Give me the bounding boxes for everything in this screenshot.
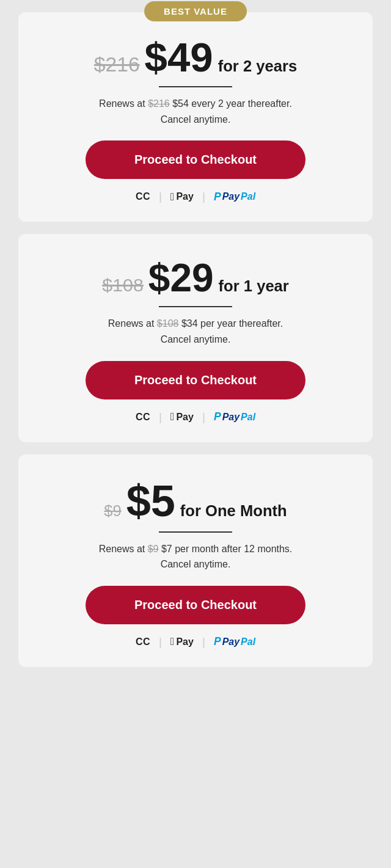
separator-2: | [202, 190, 205, 203]
divider [159, 306, 232, 307]
payment-methods: CC |  Pay | P PayPal [136, 190, 255, 203]
apple-icon:  [170, 191, 174, 203]
separator-2: | [202, 635, 205, 649]
separator-1: | [159, 190, 162, 203]
divider [159, 531, 232, 533]
renew-text: Renews at $216 $54 every 2 year thereaft… [99, 96, 292, 127]
paypal-logo: P PayPal [214, 635, 255, 648]
paypal-logo: P PayPal [214, 191, 255, 203]
separator-1: | [159, 410, 162, 424]
separator-2: | [202, 410, 205, 424]
price-period: for One Month [180, 502, 287, 520]
paypal-pal-text: Pal [241, 412, 255, 423]
renew-text: Renews at $9 $7 per month after 12 month… [99, 541, 293, 572]
old-price: $108 [102, 274, 144, 296]
payment-methods: CC |  Pay | P PayPal [136, 635, 255, 649]
paypal-p-icon: P [214, 191, 221, 203]
best-value-badge: BEST VALUE [144, 1, 247, 21]
renew-text: Renews at $108 $34 per year thereafter. … [108, 316, 283, 347]
plan-card-two-year: BEST VALUE $216 $49 for 2 years Renews a… [18, 12, 373, 222]
separator-1: | [159, 635, 162, 649]
payment-methods: CC |  Pay | P PayPal [136, 410, 255, 424]
paypal-pal-text: Pal [241, 191, 255, 202]
apple-icon:  [170, 635, 174, 648]
paypal-logo: P PayPal [214, 410, 255, 423]
apple-icon:  [170, 410, 174, 423]
price-row: $9 $5 for One Month [104, 479, 287, 523]
paypal-p-icon: P [214, 410, 221, 423]
divider [159, 86, 232, 87]
paypal-pay-text: Pay [222, 412, 239, 423]
apple-pay:  Pay [170, 410, 194, 423]
apple-pay:  Pay [170, 635, 194, 648]
price-row: $216 $49 for 2 years [94, 37, 297, 78]
checkout-button-two-year[interactable]: Proceed to Checkout [86, 140, 305, 179]
paypal-p-icon: P [214, 635, 221, 648]
paypal-pal-text: Pal [241, 636, 255, 647]
new-price: $5 [126, 479, 175, 523]
checkout-button-one-month[interactable]: Proceed to Checkout [86, 586, 305, 624]
cc-label: CC [136, 191, 150, 202]
paypal-pay-text: Pay [222, 191, 239, 202]
old-price: $9 [104, 502, 121, 520]
plan-card-one-year: $108 $29 for 1 year Renews at $108 $34 p… [18, 234, 373, 442]
plan-card-one-month: $9 $5 for One Month Renews at $9 $7 per … [18, 454, 373, 667]
apple-pay:  Pay [170, 191, 194, 203]
price-row: $108 $29 for 1 year [102, 258, 289, 297]
checkout-button-one-year[interactable]: Proceed to Checkout [86, 361, 305, 399]
paypal-pay-text: Pay [222, 636, 239, 647]
price-period: for 1 year [219, 277, 289, 295]
cc-label: CC [136, 412, 150, 423]
price-period: for 2 years [218, 57, 297, 75]
old-price: $216 [94, 53, 140, 76]
cc-label: CC [136, 636, 150, 647]
new-price: $49 [145, 37, 213, 78]
new-price: $29 [148, 258, 214, 297]
